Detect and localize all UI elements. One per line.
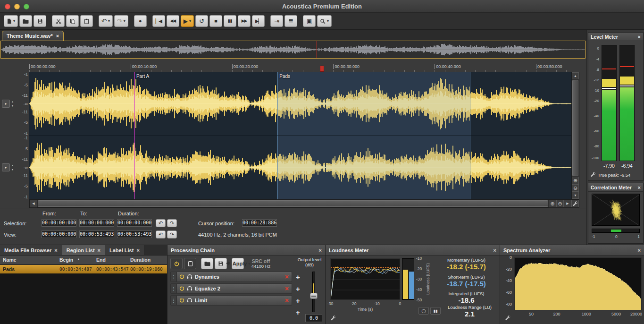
apply-button[interactable]: Apply ▾ [232, 258, 244, 269]
open-button[interactable] [19, 15, 32, 27]
pause-button[interactable]: ▮▮ [224, 15, 236, 27]
record-button[interactable]: ● [134, 15, 147, 27]
horizontal-scroll-thumb[interactable] [38, 200, 548, 207]
channel-options-button[interactable]: ▸ [2, 163, 10, 171]
waveform-settings-button[interactable] [571, 200, 579, 207]
vertical-scroll-thumb[interactable] [572, 80, 578, 176]
chain-effect-limit[interactable]: ⋮Limit× [170, 295, 292, 306]
remove-effect-icon[interactable]: × [285, 273, 289, 281]
overview-waveform[interactable] [0, 41, 585, 59]
rewind-button[interactable]: ◀◀ [167, 15, 179, 27]
fast-forward-button[interactable]: ▶▶ [238, 15, 251, 27]
spectrum-settings-button[interactable] [504, 314, 511, 322]
cut-button[interactable] [52, 15, 65, 27]
headphones-icon[interactable] [187, 296, 192, 305]
region-list-body[interactable]: Pads 00:00:24:487 00:00:43:547 00:00:19:… [0, 265, 167, 324]
add-effect-button[interactable]: + [296, 285, 300, 293]
channel-resize-handle[interactable]: ▴▾ [12, 100, 13, 108]
view-from-field[interactable]: 00:00:00:000 [42, 230, 76, 238]
loop-button[interactable]: ↺ [195, 15, 208, 27]
region-list-header[interactable]: Name Begin ▲ End Duration [0, 256, 167, 264]
remove-effect-icon[interactable]: × [285, 297, 289, 304]
close-tab-icon[interactable]: × [56, 33, 59, 39]
view-duration-field[interactable]: 00:00:53:493 [117, 230, 152, 238]
vertical-scrollbar[interactable]: ▲ ⊕ ⊖ ▼ [571, 72, 579, 199]
chain-effect-dynamics[interactable]: ⋮Dynamics× [170, 272, 292, 282]
headphones-icon[interactable] [187, 273, 192, 281]
headphones-icon[interactable] [187, 284, 192, 293]
loudness-pause-button[interactable]: ▮▮ [430, 307, 441, 315]
region-row-pads[interactable]: Pads 00:00:24:487 00:00:43:547 00:00:19:… [0, 265, 167, 273]
channel-options-button[interactable]: ▸ [2, 100, 10, 108]
close-panel-icon[interactable]: × [638, 185, 641, 190]
selection-to-field[interactable]: 00:00:00:000 [79, 219, 114, 227]
add-effect-button[interactable]: + [296, 273, 300, 281]
playhead-handle[interactable] [320, 66, 324, 72]
close-tab-icon[interactable]: × [136, 247, 139, 253]
save-button[interactable] [33, 15, 46, 27]
column-begin[interactable]: Begin [59, 257, 73, 263]
drag-handle-icon[interactable]: ⋮ [171, 272, 177, 281]
panel-tab-media-file-browser[interactable]: Media File Browser× [0, 245, 62, 255]
selection-undo-button[interactable]: ↶ [156, 219, 166, 227]
output-level-slider[interactable] [310, 272, 318, 312]
loudness-settings-button[interactable] [329, 314, 337, 322]
cursor-position-field[interactable]: 00:00:28:886 [242, 219, 277, 227]
wrench-icon[interactable] [590, 171, 596, 178]
panel-tab-label-list[interactable]: Label List× [105, 245, 144, 255]
zoom-in-vertical-button[interactable]: ⊕ [572, 177, 579, 184]
zoom-out-vertical-button[interactable]: ⊖ [572, 184, 579, 192]
power-icon[interactable] [179, 284, 184, 293]
close-panel-icon[interactable]: × [319, 247, 322, 253]
timeline-ruler[interactable]: 00:00:00:00000:00:10:00000:00:20:00000:0… [29, 63, 571, 72]
view-mode-button[interactable]: ≣ [284, 15, 297, 27]
scroll-left-button[interactable]: ◀ [30, 200, 37, 207]
fit-to-window-button[interactable]: ⇥ [270, 15, 283, 27]
add-effect-button[interactable]: + [296, 308, 300, 316]
stop-button[interactable]: ■ [209, 15, 222, 27]
marker-line[interactable] [134, 72, 135, 199]
column-duration[interactable]: Duration [130, 257, 151, 263]
channel-resize-handle[interactable]: ▴▾ [12, 163, 13, 172]
column-name[interactable]: Name [3, 257, 17, 263]
panel-tab-region-list[interactable]: Region List× [62, 245, 105, 255]
drag-handle-icon[interactable]: ⋮ [171, 284, 177, 293]
play-button[interactable]: ▶▾ [181, 15, 194, 27]
zoom-tool-button[interactable]: ▾ [317, 15, 332, 27]
undo-button[interactable]: ↶▾ [99, 15, 113, 27]
close-tab-icon[interactable]: × [54, 247, 57, 253]
horizontal-scrollbar[interactable]: ◀ ⊕ ⊖ ▶ [29, 199, 579, 208]
selection-tool-button[interactable]: ▣ [303, 15, 316, 27]
new-file-button[interactable]: ▾ [4, 15, 18, 27]
close-tab-icon[interactable]: × [98, 247, 100, 253]
power-icon[interactable] [179, 273, 184, 281]
chain-open-button[interactable] [201, 258, 213, 269]
scroll-up-button[interactable]: ▲ [572, 72, 579, 79]
close-panel-icon[interactable]: × [638, 247, 641, 253]
scroll-down-button[interactable]: ▼ [572, 192, 579, 199]
view-to-field[interactable]: 00:00:53:493 [79, 230, 114, 238]
drag-handle-icon[interactable]: ⋮ [171, 296, 177, 305]
chain-effect-equalize-2[interactable]: ⋮Equalize 2× [170, 283, 292, 294]
waveform-display[interactable]: Part APads [29, 72, 571, 199]
selection-from-field[interactable]: 00:00:00:000 [42, 219, 76, 227]
redo-button[interactable]: ↷▾ [114, 15, 128, 27]
scroll-right-button[interactable]: ▶ [564, 200, 571, 207]
column-end[interactable]: End [96, 257, 106, 263]
selection-redo-button[interactable]: ↷ [167, 219, 177, 227]
output-level-value[interactable]: 0.0 [305, 314, 322, 322]
document-tab[interactable]: Theme Music.wav* × [2, 31, 64, 41]
go-to-end-button[interactable]: ▶▏ [252, 15, 265, 27]
copy-button[interactable] [66, 15, 79, 27]
zoom-out-button[interactable]: ⊖ [556, 200, 564, 207]
loudness-reset-button[interactable]: ◯ [418, 307, 429, 315]
zoom-in-button[interactable]: ⊕ [549, 200, 556, 207]
view-redo-button[interactable]: ↷ [167, 230, 177, 239]
view-undo-button[interactable]: ↶ [156, 230, 166, 239]
chain-power-button[interactable] [170, 258, 183, 269]
selection-duration-field[interactable]: 00:00:00:000 [117, 219, 152, 227]
paste-button[interactable] [80, 15, 93, 27]
chain-clipboard-button[interactable] [184, 258, 196, 269]
slider-handle[interactable] [310, 293, 318, 299]
add-effect-button[interactable]: + [296, 297, 300, 305]
